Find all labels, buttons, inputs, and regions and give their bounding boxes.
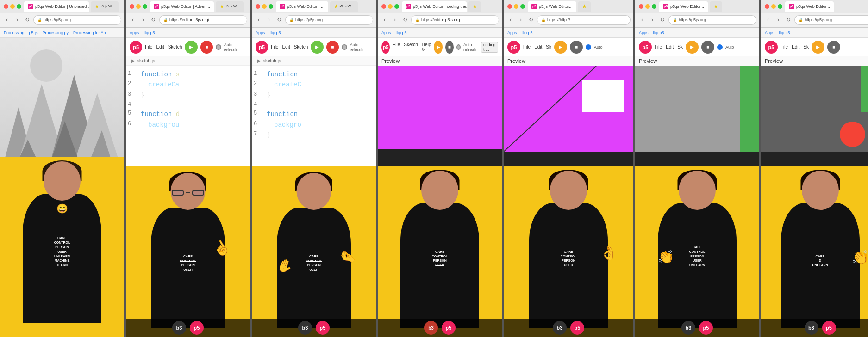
active-tab-7[interactable]: p5 p5.js Web Editor... [785, 1, 834, 12]
active-tab-3[interactable]: p5 p5.js Web Editor | ... [276, 1, 328, 12]
address-bar-7[interactable]: 🔒 https://p5js.org... [794, 15, 868, 25]
maximize-button-7[interactable] [778, 4, 782, 9]
inactive-tab-1[interactable]: ★ p5.js W... [91, 1, 119, 12]
active-tab-2[interactable]: p5 p5.js Web Editor | Adven... [150, 1, 214, 12]
bookmark-flip-2[interactable]: flip p5 [144, 31, 155, 35]
bookmark-flip-4[interactable]: flip p5 [396, 31, 407, 35]
play-button-4[interactable]: ▶ [434, 41, 442, 54]
refresh-button-3[interactable]: ↻ [275, 16, 283, 24]
stop-button-6[interactable]: ■ [701, 41, 714, 54]
stop-button-5[interactable]: ■ [570, 41, 583, 54]
maximize-button-4[interactable] [394, 4, 399, 9]
refresh-button-6[interactable]: ↻ [658, 16, 667, 24]
minimize-button-4[interactable] [388, 4, 393, 9]
close-button-7[interactable] [765, 4, 769, 9]
maximize-button-1[interactable] [17, 4, 21, 9]
refresh-button-7[interactable]: ↻ [784, 16, 793, 24]
minimize-button-1[interactable] [10, 4, 15, 9]
stop-button-4[interactable]: ■ [445, 41, 454, 54]
inactive-tab-2[interactable]: ★ p5.js W... [216, 1, 244, 12]
minimize-button-3[interactable] [262, 4, 267, 9]
bookmark-flip-7[interactable]: flip p5 [779, 31, 790, 35]
forward-button-2[interactable]: › [139, 16, 147, 24]
forward-button-5[interactable]: › [517, 16, 525, 24]
maximize-button-5[interactable] [520, 4, 525, 9]
refresh-button-1[interactable]: ↻ [23, 16, 31, 24]
active-tab-1[interactable]: p5 p5.js Web Editor | Unbiased... [24, 1, 89, 12]
forward-button-4[interactable]: › [391, 16, 399, 24]
maximize-button-6[interactable] [652, 4, 656, 9]
sketch-menu-3[interactable]: Sketch [294, 44, 308, 49]
bookmark-apps-2[interactable]: Apps [130, 31, 139, 35]
maximize-button-2[interactable] [143, 4, 147, 9]
play-button-3[interactable]: ▶ [311, 41, 323, 54]
bookmark-processing[interactable]: Processing [4, 31, 25, 35]
minimize-button-6[interactable] [645, 4, 650, 9]
minimize-button-5[interactable] [514, 4, 518, 9]
sketch-menu-5[interactable]: Sk [546, 44, 551, 49]
forward-button-7[interactable]: › [774, 16, 782, 24]
bookmark-flip-5[interactable]: flip p5 [522, 31, 533, 35]
file-menu-2[interactable]: File [145, 44, 152, 49]
close-button-1[interactable] [4, 4, 8, 9]
inactive-tab-4[interactable]: ★ [468, 1, 481, 12]
active-tab-5[interactable]: p5 p5.js Web Editor... [528, 1, 576, 12]
inactive-tab-5[interactable]: ★ [578, 1, 591, 12]
refresh-button-4[interactable]: ↻ [401, 16, 409, 24]
file-menu-3[interactable]: File [271, 44, 278, 49]
refresh-button-2[interactable]: ↻ [149, 16, 157, 24]
inactive-tab-3[interactable]: ★ p5.js W... [330, 1, 358, 12]
back-button-5[interactable]: ‹ [506, 16, 515, 24]
bookmark-flip-3[interactable]: flip p5 [270, 31, 281, 35]
edit-menu-6[interactable]: Edit [666, 44, 674, 49]
back-button-7[interactable]: ‹ [764, 16, 772, 24]
close-button-2[interactable] [130, 4, 134, 9]
bookmark-apps-7[interactable]: Apps [765, 31, 774, 35]
inactive-tab-6[interactable]: ★ [710, 1, 722, 12]
back-button-4[interactable]: ‹ [381, 16, 389, 24]
help-menu-4[interactable]: Help & [422, 42, 431, 52]
active-tab-6[interactable]: p5 p5.js Web Editor... [659, 1, 708, 12]
edit-menu-7[interactable]: Edit [792, 44, 799, 49]
bookmark-processing-an[interactable]: Processing for An... [73, 31, 109, 35]
sketch-menu-6[interactable]: Sk [677, 44, 683, 49]
close-button-6[interactable] [639, 4, 643, 9]
edit-menu-3[interactable]: Edit [282, 44, 290, 49]
stop-button-7[interactable]: ■ [827, 41, 840, 54]
stop-button-2[interactable]: ■ [200, 41, 213, 54]
bookmark-apps-6[interactable]: Apps [639, 31, 649, 35]
play-button-5[interactable]: ▶ [554, 41, 567, 54]
bookmark-processing-py[interactable]: Processing.py [43, 31, 69, 35]
bookmark-apps-5[interactable]: Apps [507, 31, 517, 35]
close-button-3[interactable] [256, 4, 260, 9]
address-bar-4[interactable]: 🔒 https://editor.p5js.org... [411, 15, 499, 25]
forward-button-6[interactable]: › [648, 16, 656, 24]
minimize-button-2[interactable] [136, 4, 141, 9]
bookmark-flip-6[interactable]: flip p5 [653, 31, 664, 35]
file-menu-7[interactable]: File [781, 44, 788, 49]
minimize-button-7[interactable] [771, 4, 776, 9]
address-bar-2[interactable]: 🔒 https://editor.p5js.org/... [159, 15, 247, 25]
address-bar-3[interactable]: 🔒 https://p5js.org... [285, 15, 373, 25]
bookmark-apps-4[interactable]: Apps [381, 31, 391, 35]
back-button-2[interactable]: ‹ [129, 16, 137, 24]
close-button-5[interactable] [507, 4, 512, 9]
address-bar-6[interactable]: 🔒 https://p5js.org... [668, 15, 756, 25]
bookmark-p5js[interactable]: p5.js [29, 31, 38, 35]
back-button-6[interactable]: ‹ [638, 16, 646, 24]
maximize-button-3[interactable] [269, 4, 273, 9]
forward-button-1[interactable]: › [13, 16, 21, 24]
file-menu-4[interactable]: File [393, 42, 400, 52]
sketch-menu-2[interactable]: Sketch [168, 44, 182, 49]
bookmark-apps-3[interactable]: Apps [256, 31, 265, 35]
sketch-menu-4[interactable]: Sketch [404, 42, 418, 52]
close-button-4[interactable] [381, 4, 386, 9]
refresh-button-5[interactable]: ↻ [527, 16, 535, 24]
sketch-menu-7[interactable]: Sk [803, 44, 809, 49]
forward-button-3[interactable]: › [265, 16, 273, 24]
address-bar-1[interactable]: 🔒 https://p5js.org [33, 15, 121, 25]
edit-menu-2[interactable]: Edit [156, 44, 164, 49]
play-button-6[interactable]: ▶ [686, 41, 699, 54]
file-menu-6[interactable]: File [655, 44, 662, 49]
edit-menu-5[interactable]: Edit [534, 44, 542, 49]
